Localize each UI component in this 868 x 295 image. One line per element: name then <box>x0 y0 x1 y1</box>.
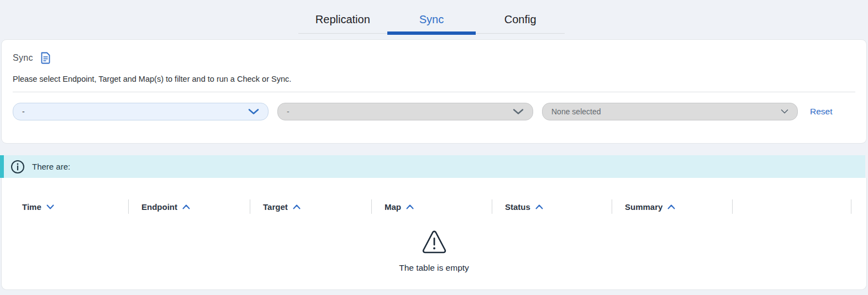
sort-chevron-icon <box>667 204 675 209</box>
document-icon[interactable] <box>40 52 51 64</box>
column-separator <box>851 199 851 214</box>
chevron-down-icon <box>781 109 788 114</box>
column-label: Map <box>385 202 401 212</box>
sort-chevron-icon <box>46 204 54 209</box>
empty-state-text: The table is empty <box>399 263 469 273</box>
top-tab-bar: Replication Sync Config <box>298 0 565 34</box>
sort-chevron-icon <box>406 204 414 209</box>
chevron-down-icon <box>513 109 524 115</box>
column-header-actions <box>733 199 851 214</box>
column-label: Status <box>505 202 530 212</box>
chevron-down-icon <box>248 109 259 115</box>
maps-multiselect-value: None selected <box>551 107 601 116</box>
reset-button[interactable]: Reset <box>810 103 833 120</box>
panel-title: Sync <box>13 53 33 63</box>
sort-chevron-icon <box>293 204 301 209</box>
panel-description: Please select Endpoint, Target and Map(s… <box>13 75 291 83</box>
column-label: Summary <box>625 202 662 212</box>
banner-text: There are: <box>32 162 70 171</box>
column-label: Endpoint <box>141 202 177 212</box>
endpoint-select[interactable]: - <box>13 103 269 120</box>
target-select[interactable]: - <box>277 103 533 120</box>
info-icon <box>10 160 25 174</box>
maps-multiselect[interactable]: None selected <box>542 103 798 120</box>
column-header-map[interactable]: Map <box>372 199 492 214</box>
sync-filter-panel: Sync Please select Endpoint, Target and … <box>1 39 867 144</box>
target-select-value: - <box>287 107 290 116</box>
info-banner: There are: <box>0 155 865 178</box>
warning-triangle-icon <box>421 230 448 254</box>
column-header-summary[interactable]: Summary <box>612 199 732 214</box>
sort-chevron-icon <box>535 204 543 209</box>
sort-chevron-icon <box>182 204 190 209</box>
tab-config[interactable]: Config <box>476 0 565 33</box>
column-label: Time <box>22 202 41 212</box>
endpoint-select-value: - <box>22 107 25 116</box>
panel-title-row: Sync <box>13 52 51 64</box>
divider <box>13 92 855 92</box>
column-header-status[interactable]: Status <box>492 199 612 214</box>
column-label: Target <box>263 202 288 212</box>
table-header-row: Time Endpoint Target Map <box>2 199 866 214</box>
tab-sync[interactable]: Sync <box>387 0 476 33</box>
tab-replication[interactable]: Replication <box>298 0 387 33</box>
sync-results-table: Time Endpoint Target Map <box>1 178 867 290</box>
empty-state: The table is empty <box>2 230 866 273</box>
column-header-endpoint[interactable]: Endpoint <box>129 199 250 214</box>
sync-page: Replication Sync Config Sync Please sele… <box>0 0 868 295</box>
column-header-target[interactable]: Target <box>250 199 371 214</box>
column-header-time[interactable]: Time <box>2 199 128 214</box>
